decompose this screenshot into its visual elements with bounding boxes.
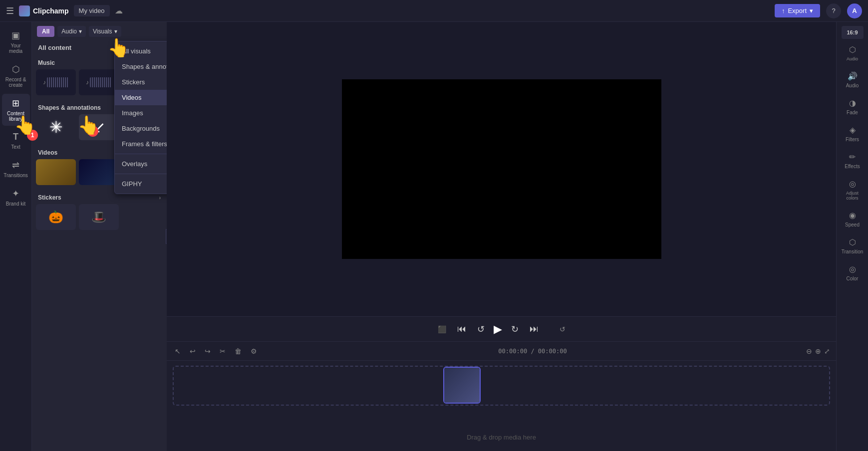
zoom-controls: ⊖ ⊕ ⤢	[806, 347, 830, 355]
sidebar-item-label: Transitions	[3, 173, 28, 178]
timecode-display: 00:00:00 / 00:00:00	[498, 348, 567, 355]
right-panel: 16:9 ⬡ Audio 🔊 Audio ◑ Fade ◈ Filters ✏ …	[836, 22, 868, 451]
captions-icon: ⬡	[849, 45, 856, 54]
forward-5-button[interactable]: ↻	[509, 322, 521, 337]
video-thumb-1[interactable]	[36, 159, 76, 185]
timeline-area: ↖ ↩ ↪ ✂ 🗑 ⚙ 00:00:00 / 00:00:00 ⊖ ⊕ ⤢	[167, 341, 836, 451]
zoom-in-button[interactable]: ⊕	[815, 347, 821, 355]
user-avatar[interactable]: A	[847, 3, 862, 18]
zoom-fit-button[interactable]: ⤢	[824, 347, 830, 355]
zoom-out-button[interactable]: ⊖	[806, 347, 812, 355]
sidebar-item-record-create[interactable]: ⬡ Record &create	[2, 60, 30, 92]
video-thumb-2[interactable]	[79, 159, 119, 185]
badge-3: 3	[87, 126, 98, 137]
track-empty-area[interactable]	[173, 366, 830, 406]
sidebar-item-label: Your media	[5, 43, 27, 54]
video-clip[interactable]	[443, 367, 481, 404]
adjust-colors-icon: ◎	[849, 179, 856, 189]
transitions-icon: ⇌	[12, 160, 19, 171]
text-icon: T	[13, 132, 18, 142]
subtitle-button[interactable]: ⬛	[436, 323, 448, 335]
tab-visuals[interactable]: Visuals ▾	[89, 26, 121, 37]
video-clip-thumbnail	[444, 368, 480, 403]
left-sidebar: ▣ Your media ⬡ Record &create ⊞ Content …	[0, 22, 32, 451]
music-thumb-1[interactable]: ♪	[36, 69, 76, 95]
tab-all[interactable]: All	[37, 26, 54, 37]
waveform-2	[90, 77, 112, 87]
sidebar-item-label: Brand kit	[6, 201, 25, 207]
select-tool-button[interactable]: ↖	[173, 345, 183, 357]
timeline-track	[173, 366, 830, 406]
filters-icon: ◈	[850, 125, 856, 135]
collapse-panel-button[interactable]: ‹	[166, 229, 167, 244]
export-button[interactable]: ↑ Export ▾	[775, 4, 820, 17]
dropdown-item-overlays[interactable]: Overlays	[115, 156, 167, 172]
badge-1: 1	[27, 130, 38, 141]
your-media-icon: ▣	[11, 30, 20, 41]
main-area: ▣ Your media ⬡ Record &create ⊞ Content …	[0, 22, 868, 451]
shape-thumb-1[interactable]: ✳	[36, 114, 76, 140]
cut-button[interactable]: ✂	[218, 345, 228, 357]
dropdown-item-frames-filters[interactable]: Frames & filters	[115, 136, 167, 152]
dropdown-divider2	[115, 174, 167, 174]
preview-controls: ⬛ ⏮ ↺ ▶ ↻ ⏭ ↺	[167, 316, 836, 341]
export-icon: ↑	[782, 7, 785, 14]
project-name[interactable]: My video	[74, 5, 110, 16]
sidebar-item-brand-kit[interactable]: ✦ Brand kit	[2, 184, 30, 211]
right-panel-color[interactable]: ◎ Color	[839, 260, 867, 285]
music-note-icon2: ♪	[86, 79, 89, 86]
dropdown-item-giphy[interactable]: GIPHY	[115, 176, 167, 192]
right-panel-audio[interactable]: 🔊 Audio	[839, 67, 867, 92]
menu-icon[interactable]: ☰	[6, 5, 14, 16]
record-create-icon: ⬡	[12, 64, 20, 75]
sticker-thumb-1[interactable]: 🎃	[36, 204, 76, 230]
sticker-thumbnails: 🎃 🎩	[36, 204, 163, 235]
color-icon: ◎	[849, 264, 856, 274]
music-thumb-2[interactable]: ♪	[79, 69, 119, 95]
speed-icon: ◉	[849, 211, 856, 220]
top-bar-right: ↑ Export ▾ ? A	[775, 3, 862, 18]
rewind-5-button[interactable]: ↺	[475, 322, 487, 337]
sidebar-item-content-library[interactable]: ⊞ Content library	[2, 94, 30, 126]
fade-icon: ◑	[849, 98, 856, 108]
undo-button[interactable]: ↩	[188, 345, 198, 357]
captions-panel-item[interactable]: ⬡ Audio	[839, 41, 867, 65]
dropdown-item-images[interactable]: Images	[115, 105, 167, 121]
dropdown-divider	[115, 154, 167, 154]
skip-back-button[interactable]: ⏮	[455, 322, 468, 336]
dropdown-item-videos[interactable]: Videos	[115, 90, 167, 105]
audio-chevron-icon: ▾	[79, 28, 82, 35]
loop-button[interactable]: ↺	[558, 323, 568, 335]
right-panel-adjust-colors[interactable]: ◎ Adjustcolors	[839, 175, 867, 205]
right-panel-effects[interactable]: ✏ Effects	[839, 148, 867, 173]
dropdown-item-all-visuals[interactable]: All visuals	[115, 43, 167, 59]
dropdown-item-stickers[interactable]: Stickers	[115, 74, 167, 90]
dropdown-item-backgrounds[interactable]: Backgrounds	[115, 121, 167, 136]
content-panel: All Audio ▾ Visuals ▾ All visuals Shapes…	[32, 22, 167, 451]
audio-icon: 🔊	[848, 71, 858, 81]
tab-audio[interactable]: Audio ▾	[57, 26, 86, 37]
shape-thumb-2[interactable]: ↙	[79, 114, 119, 140]
delete-button[interactable]: 🗑	[233, 345, 244, 357]
lock-button[interactable]: ⚙	[249, 345, 259, 357]
brand-kit-icon: ✦	[12, 188, 19, 199]
logo-icon	[19, 5, 30, 16]
dropdown-item-shapes-annotations[interactable]: Shapes & annotations	[115, 59, 167, 74]
right-panel-filters[interactable]: ◈ Filters	[839, 121, 867, 146]
right-panel-transition[interactable]: ⬡ Transition	[839, 233, 867, 258]
content-library-icon: ⊞	[12, 98, 19, 109]
play-button[interactable]: ▶	[494, 323, 502, 336]
right-panel-speed[interactable]: ◉ Speed	[839, 207, 867, 231]
sidebar-item-text[interactable]: T Text	[2, 128, 30, 154]
cloud-icon: ☁	[115, 6, 123, 15]
right-panel-fade[interactable]: ◑ Fade	[839, 94, 867, 119]
sidebar-item-your-media[interactable]: ▣ Your media	[2, 26, 30, 58]
sidebar-item-label: Record &create	[5, 77, 26, 88]
sidebar-item-transitions[interactable]: ⇌ Transitions	[2, 156, 30, 182]
preview-area: ⬛ ⏮ ↺ ▶ ↻ ⏭ ↺	[167, 22, 836, 341]
skip-forward-button[interactable]: ⏭	[528, 322, 541, 336]
redo-button[interactable]: ↪	[203, 345, 213, 357]
aspect-ratio-indicator[interactable]: 16:9	[842, 26, 864, 39]
help-button[interactable]: ?	[826, 3, 841, 18]
sticker-thumb-2[interactable]: 🎩	[79, 204, 119, 230]
